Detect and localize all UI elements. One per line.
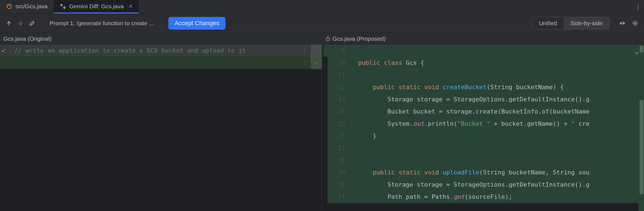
line-number: 20 xyxy=(328,179,351,191)
pane-headers: Gcs.java (Original) Gcs.java (Proposed) xyxy=(0,33,644,45)
divider xyxy=(161,18,162,28)
tab-spacer xyxy=(139,0,632,14)
code-line: 2» xyxy=(0,57,322,69)
code-line: 15 System.out.println("Bucket " + bucket… xyxy=(322,118,644,130)
code-text xyxy=(351,45,644,57)
prompt-text: Prompt 1: /generate function to create … xyxy=(50,20,155,27)
code-line: 13 Storage storage = StorageOptions.getD… xyxy=(322,93,644,106)
svg-point-2 xyxy=(638,6,639,7)
code-line: 21 Path path = Paths.get(sourceFile); xyxy=(322,191,644,203)
tab-label: Gemini Diff: Gcs.java xyxy=(69,3,124,10)
left-pane[interactable]: // write an application to create a GCS … xyxy=(0,45,322,211)
tab-label: src/Gcs.java xyxy=(16,3,48,10)
right-pane[interactable]: 910public class Gcs {1112 public static … xyxy=(322,45,644,211)
scroll-marker xyxy=(640,46,643,52)
code-line: 18 xyxy=(322,154,644,166)
code-line: 17 xyxy=(322,142,644,154)
right-pane-title: Gcs.java (Proposed) xyxy=(333,35,386,42)
chevron-right-icon[interactable]: » xyxy=(314,57,318,69)
close-icon[interactable]: ✕ xyxy=(129,3,133,9)
code-text: Path path = Paths.get(sourceFile); xyxy=(351,191,644,203)
line-number: 12 xyxy=(328,81,351,93)
svg-rect-5 xyxy=(326,38,329,41)
code-line: 9 xyxy=(322,45,644,57)
code-line: 20 Storage storage = StorageOptions.getD… xyxy=(322,179,644,191)
line-number: 21 xyxy=(328,191,351,203)
code-text: // write an application to create a GCS … xyxy=(7,45,246,57)
code-text: public class Gcs { xyxy=(351,57,644,69)
diff-icon xyxy=(60,3,66,9)
code-line: 10public class Gcs { xyxy=(322,57,644,69)
left-pane-title: Gcs.java (Original) xyxy=(3,35,52,42)
line-number: 14 xyxy=(328,106,351,118)
code-text xyxy=(351,142,644,154)
code-text: Storage storage = StorageOptions.getDefa… xyxy=(351,93,644,106)
scrollbar[interactable] xyxy=(638,45,644,211)
gear-icon[interactable] xyxy=(631,19,639,27)
code-line: 12 public static void createBucket(Strin… xyxy=(322,81,644,93)
code-text: public static void createBucket(String b… xyxy=(351,81,644,93)
tab-src-gcs[interactable]: src/Gcs.java xyxy=(0,0,54,14)
line-number: 11 xyxy=(328,69,351,81)
diff-toolbar: Prompt 1: /generate function to create …… xyxy=(0,14,644,33)
java-file-icon xyxy=(6,3,12,9)
line-number: 15 xyxy=(328,118,351,130)
lock-icon xyxy=(325,36,330,41)
code-text: public static void uploadFile(String buc… xyxy=(351,166,644,179)
checkmark-icon xyxy=(0,48,7,53)
svg-point-1 xyxy=(638,4,639,5)
svg-point-4 xyxy=(634,22,636,24)
svg-point-3 xyxy=(638,9,639,10)
line-number: 10 xyxy=(328,57,351,69)
code-line: 14 Bucket bucket = storage.create(Bucket… xyxy=(322,106,644,118)
code-text: Storage storage = StorageOptions.getDefa… xyxy=(351,179,644,191)
code-text xyxy=(351,69,644,81)
accept-changes-button[interactable]: Accept Changes xyxy=(168,17,225,30)
line-number: 18 xyxy=(328,154,351,166)
tab-bar: src/Gcs.java Gemini Diff: Gcs.java ✕ xyxy=(0,0,644,14)
arrow-up-icon[interactable] xyxy=(5,19,13,27)
tab-bar-menu[interactable] xyxy=(632,0,644,14)
svg-point-0 xyxy=(7,4,11,9)
line-number: 2 xyxy=(295,57,311,69)
tab-gemini-diff[interactable]: Gemini Diff: Gcs.java ✕ xyxy=(54,0,139,14)
code-text xyxy=(351,154,644,166)
code-text: } xyxy=(351,130,644,142)
arrow-down-icon[interactable] xyxy=(17,19,24,27)
view-unified-button[interactable]: Unified xyxy=(532,17,564,29)
line-number: 16 xyxy=(328,130,351,142)
code-line: // write an application to create a GCS … xyxy=(0,45,322,57)
line-number: 17 xyxy=(328,142,351,154)
divider xyxy=(43,18,43,28)
code-line: 11 xyxy=(322,69,644,81)
line-number: 1 xyxy=(295,45,311,57)
collapse-icon[interactable] xyxy=(618,19,626,27)
code-text: Bucket bucket = storage.create(BucketInf… xyxy=(351,106,644,118)
line-number: 13 xyxy=(328,93,351,106)
line-number: 19 xyxy=(328,166,351,179)
left-pane-header: Gcs.java (Original) xyxy=(0,33,322,44)
diff-view: // write an application to create a GCS … xyxy=(0,45,644,211)
view-sbs-button[interactable]: Side-by-side xyxy=(564,17,609,29)
kebab-icon[interactable] xyxy=(637,4,639,10)
view-toggle: Unified Side-by-side xyxy=(532,17,610,30)
scroll-thumb[interactable] xyxy=(640,100,643,194)
line-number: 9 xyxy=(328,45,351,57)
code-line: 19 public static void uploadFile(String … xyxy=(322,166,644,179)
code-line: 16 } xyxy=(322,130,644,142)
right-pane-header: Gcs.java (Proposed) xyxy=(322,33,644,44)
edit-icon[interactable] xyxy=(28,19,36,27)
code-text: System.out.println("Bucket " + bucket.ge… xyxy=(351,118,644,130)
